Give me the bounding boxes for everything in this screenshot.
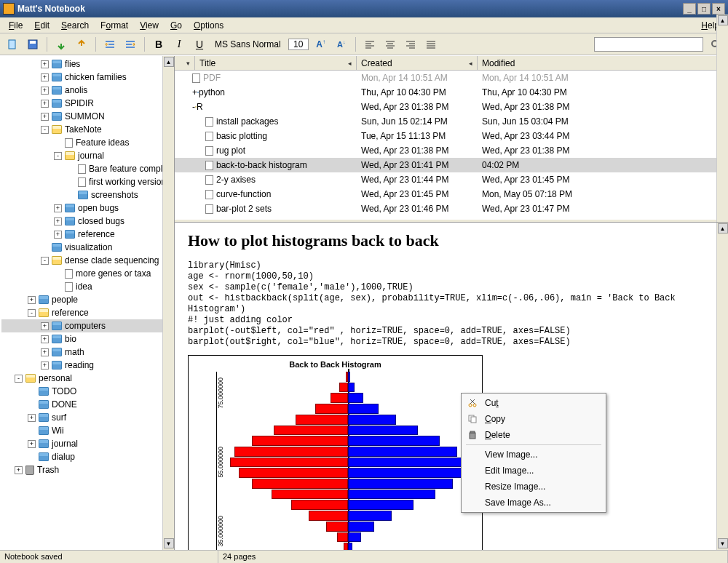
expand-toggle[interactable]: + <box>41 87 49 95</box>
font-decrease-button[interactable]: A↓ <box>333 36 349 52</box>
menu-go[interactable]: Go <box>165 19 188 32</box>
tree-node[interactable]: +SUMMON <box>1 110 174 123</box>
tree-node[interactable]: -personal <box>1 372 174 385</box>
list-row[interactable]: rug plotWed, Apr 23 01:38 PMWed, Apr 23 … <box>175 143 728 158</box>
close-button[interactable]: × <box>712 3 725 15</box>
context-menu-item[interactable]: Delete <box>463 427 604 443</box>
scroll-up-icon[interactable]: ▲ <box>164 57 174 67</box>
tree-node[interactable]: +surf <box>1 411 174 424</box>
tree-node[interactable]: DONE <box>1 398 174 411</box>
content-scrollbar[interactable]: ▲ ▼ <box>716 223 728 550</box>
tree-node[interactable]: +math <box>1 346 174 359</box>
expand-toggle[interactable]: + <box>54 217 62 225</box>
list-row[interactable]: install packagesSun, Jun 15 02:14 PMSun,… <box>175 114 728 129</box>
expand-toggle[interactable]: - <box>15 375 23 383</box>
expand-toggle[interactable]: + <box>28 440 36 448</box>
align-left-button[interactable] <box>362 36 378 52</box>
list-expand-column[interactable]: ▾ <box>175 56 195 70</box>
new-note-button[interactable] <box>4 36 20 52</box>
menu-file[interactable]: File <box>3 19 28 32</box>
list-row[interactable]: +pythonThu, Apr 10 04:30 PMThu, Apr 10 0… <box>175 85 728 100</box>
tree-node[interactable]: +people <box>1 293 174 306</box>
expand-toggle[interactable]: + <box>41 362 49 370</box>
tree-scrollbar[interactable]: ▲ ▼ <box>162 56 174 550</box>
expand-toggle[interactable]: + <box>28 414 36 422</box>
expand-toggle[interactable]: - <box>41 257 49 265</box>
expand-toggle[interactable]: + <box>41 322 49 330</box>
tree-node[interactable]: +reading <box>1 359 174 372</box>
expand-toggle[interactable]: - <box>54 152 62 160</box>
menu-view[interactable]: View <box>134 19 165 32</box>
tree-node[interactable]: +reference <box>1 228 174 241</box>
underline-button[interactable]: U <box>191 36 207 52</box>
align-justify-button[interactable] <box>423 36 439 52</box>
search-input[interactable] <box>594 37 703 52</box>
tree-node[interactable]: +computers <box>1 319 174 332</box>
tree-node[interactable]: +closed bugs <box>1 215 174 228</box>
maximize-button[interactable]: □ <box>697 3 711 15</box>
tree-node[interactable]: +anolis <box>1 84 174 97</box>
expand-toggle[interactable]: - <box>28 309 36 317</box>
list-row[interactable]: bar-plot 2 setsWed, Apr 23 01:46 PMWed, … <box>175 201 728 216</box>
tree-node[interactable]: Wii <box>1 424 174 437</box>
list-row[interactable]: PDFMon, Apr 14 10:51 AMMon, Apr 14 10:51… <box>175 71 728 85</box>
expand-toggle[interactable]: + <box>41 60 49 68</box>
tree-node[interactable]: +bio <box>1 332 174 346</box>
tree-node[interactable]: Feature ideas <box>1 136 174 149</box>
font-increase-button[interactable]: A↑ <box>313 36 329 52</box>
minimize-button[interactable]: _ <box>683 3 696 15</box>
expand-toggle[interactable]: + <box>192 87 197 97</box>
tree-node[interactable]: Bare feature complete <box>1 162 174 175</box>
tree-node[interactable]: +chicken families <box>1 71 174 84</box>
expand-toggle[interactable]: + <box>54 204 62 212</box>
align-right-button[interactable] <box>403 36 419 52</box>
expand-toggle[interactable]: + <box>41 73 49 81</box>
tree-node[interactable]: -reference <box>1 306 174 319</box>
list-row[interactable]: basic plottingTue, Apr 15 11:13 PMWed, A… <box>175 129 728 143</box>
indent-right-button[interactable] <box>122 36 138 52</box>
tree-node[interactable]: more genes or taxa <box>1 267 174 280</box>
tree-node[interactable]: TODO <box>1 385 174 398</box>
list-row[interactable]: curve-functionWed, Apr 23 01:45 PMMon, M… <box>175 187 728 201</box>
context-menu-item[interactable]: Cut <box>463 395 604 411</box>
tree-node[interactable]: visualization <box>1 241 174 254</box>
notebook-tree[interactable]: +flies+chicken families+anolis+SPIDIR+SU… <box>0 56 175 550</box>
align-center-button[interactable] <box>382 36 398 52</box>
tree-node[interactable]: -dense clade sequencing <box>1 254 174 267</box>
bold-button[interactable]: B <box>151 36 167 52</box>
expand-toggle[interactable]: + <box>15 466 23 474</box>
context-menu-item[interactable]: Resize Image... <box>463 479 604 495</box>
list-row[interactable]: 2-y axisesWed, Apr 23 01:44 PMWed, Apr 2… <box>175 172 728 187</box>
tree-node[interactable]: +journal <box>1 437 174 450</box>
save-button[interactable] <box>25 36 41 52</box>
tree-node[interactable]: first working version c <box>1 175 174 188</box>
context-menu-item[interactable]: Edit Image... <box>463 463 604 479</box>
list-row[interactable]: back-to-back histogramWed, Apr 23 01:41 … <box>175 158 728 172</box>
tree-node[interactable]: +flies <box>1 57 174 71</box>
expand-toggle[interactable]: + <box>41 348 49 356</box>
list-column-title[interactable]: Title◂ <box>195 56 357 70</box>
italic-button[interactable]: I <box>171 36 187 52</box>
list-row[interactable]: -RWed, Apr 23 01:38 PMWed, Apr 23 01:38 … <box>175 100 728 114</box>
tree-node[interactable]: +open bugs <box>1 201 174 215</box>
forward-button[interactable] <box>74 36 90 52</box>
tree-node[interactable]: idea <box>1 280 174 293</box>
note-content[interactable]: How to plot histograms back to back libr… <box>175 222 728 550</box>
scroll-down-icon[interactable]: ▼ <box>164 538 174 548</box>
expand-toggle[interactable]: + <box>54 231 62 239</box>
expand-toggle[interactable]: + <box>41 335 49 343</box>
expand-toggle[interactable]: + <box>28 296 36 304</box>
expand-toggle[interactable]: + <box>41 100 49 108</box>
chart-image[interactable]: Back to Back Histogram 35.00000055.00000… <box>188 355 483 550</box>
expand-toggle[interactable]: + <box>41 113 49 121</box>
menu-edit[interactable]: Edit <box>28 19 55 32</box>
tree-node[interactable]: -TakeNote <box>1 123 174 136</box>
font-size-input[interactable] <box>288 39 309 50</box>
menu-format[interactable]: Format <box>95 19 134 32</box>
tree-node[interactable]: dialup <box>1 450 174 463</box>
context-menu-item[interactable]: Copy <box>463 411 604 427</box>
tree-node[interactable]: screenshots <box>1 188 174 201</box>
back-button[interactable] <box>53 36 69 52</box>
font-name[interactable]: MS Sans Normal <box>212 39 284 49</box>
context-menu-item[interactable]: View Image... <box>463 447 604 463</box>
